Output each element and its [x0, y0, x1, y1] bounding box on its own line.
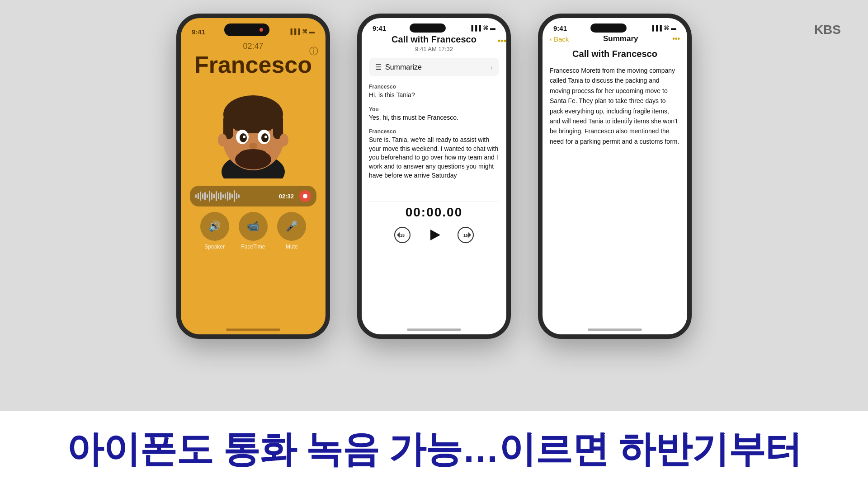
call-duration: 02:47	[188, 42, 318, 51]
msg-speaker-2: You	[369, 106, 499, 113]
playback-controls: 15 15	[369, 225, 499, 245]
msg-speaker-3: Francesco	[369, 128, 499, 135]
transcript-scroll: Francesco Hi, is this Tania? You Yes, hi…	[369, 84, 499, 201]
wave-bar	[204, 192, 206, 200]
facetime-label: FaceTime	[241, 244, 265, 250]
skip-back-icon: 15	[394, 227, 410, 243]
speaker-label: Speaker	[204, 244, 225, 250]
phone1-battery: ▬	[309, 28, 315, 35]
wave-bar	[234, 190, 235, 202]
wave-bar	[198, 193, 199, 199]
info-icon[interactable]: ⓘ	[309, 45, 318, 57]
waveform-bar: 02:32	[190, 186, 316, 206]
phone1-home-indicator	[226, 328, 280, 331]
phone2-time: 9:41	[373, 24, 386, 32]
subtitle-text: 아이폰도 통화 녹음 가능…이르면 하반기부터	[66, 425, 802, 474]
transcript-title: Call with Francesco	[369, 34, 499, 45]
wave-bar	[220, 192, 222, 200]
phone-2-transcript: 9:41 ▐▐▐ ⌘ ▬ Call with Francesco 9:41 AM…	[357, 14, 511, 339]
phone2-more-button[interactable]: •••	[498, 36, 506, 46]
phone2-signal: ▐▐▐	[469, 25, 481, 31]
caller-avatar	[208, 84, 298, 178]
wave-bar	[222, 194, 224, 198]
phone2-battery: ▬	[490, 25, 495, 31]
speaker-icon: 🔊	[200, 212, 229, 241]
phone1-content: 02:47 Francesco	[181, 42, 326, 250]
summarize-chevron-icon: ›	[491, 64, 493, 71]
phone1-status-bar: 9:41 ▐▐▐ ⌘ ▬	[181, 18, 326, 42]
summarize-left: ☰ Summarize	[375, 63, 422, 71]
summarize-label: Summarize	[385, 63, 422, 71]
phone2-dynamic-island	[410, 23, 446, 33]
phone1-wifi: ⌘	[302, 28, 307, 35]
wave-bar	[209, 191, 210, 202]
phone2-status-bar: 9:41 ▐▐▐ ⌘ ▬	[362, 18, 506, 34]
phone2-wifi: ⌘	[483, 25, 488, 31]
list-icon: ☰	[375, 63, 382, 71]
phone3-content: ‹ Back Summary ••• Call with Francesco F…	[542, 34, 687, 146]
record-button[interactable]	[299, 190, 311, 202]
record-dot	[303, 194, 307, 198]
wave-bar	[207, 194, 208, 198]
playback-section: 00:00.00 15	[369, 201, 499, 245]
phone-1-active-call: 9:41 ▐▐▐ ⌘ ▬ ⓘ 02:47 Francesco	[176, 14, 330, 339]
summary-title: Call with Francesco	[550, 49, 680, 59]
phone1-dynamic-island	[224, 23, 269, 36]
svg-point-7	[279, 134, 288, 146]
phone2-content: Call with Francesco 9:41 AM 17:32 ••• ☰ …	[362, 34, 506, 245]
summary-nav: ‹ Back Summary •••	[550, 34, 680, 43]
phone3-battery: ▬	[671, 25, 676, 31]
wave-bar	[216, 191, 217, 201]
phone2-home-indicator	[407, 328, 461, 331]
subtitle-bar: 아이폰도 통화 녹음 가능…이르면 하반기부터	[0, 411, 868, 488]
svg-point-6	[218, 134, 227, 146]
wave-bar	[229, 192, 231, 200]
phone3-home-indicator	[588, 328, 642, 331]
play-button[interactable]	[424, 225, 444, 245]
facetime-button[interactable]: 📹 FaceTime	[239, 212, 268, 250]
phone-3-summary: 9:41 ▐▐▐ ⌘ ▬ ‹ Back Summary ••• Call wit…	[538, 14, 692, 339]
mute-button[interactable]: 🎤 Mute	[277, 212, 306, 250]
wave-bar	[236, 193, 237, 199]
transcript-subtitle: 9:41 AM 17:32	[369, 46, 499, 52]
svg-point-13	[264, 136, 267, 138]
back-button[interactable]: ‹ Back	[550, 35, 569, 43]
wave-bar	[202, 193, 203, 199]
waveform-visual	[195, 190, 274, 202]
play-icon	[424, 225, 444, 245]
playback-time: 00:00.00	[369, 205, 499, 220]
skip-forward-button[interactable]: 15	[457, 226, 475, 244]
caller-name: Francesco	[188, 53, 318, 76]
summary-nav-title: Summary	[603, 34, 638, 43]
summary-more-button[interactable]: •••	[672, 35, 680, 43]
wave-bar	[238, 194, 240, 198]
phone3-signal: ▐▐▐	[650, 25, 662, 31]
wave-bar	[227, 192, 228, 201]
wave-bar	[225, 193, 226, 199]
svg-point-16	[240, 149, 267, 158]
skip-forward-icon: 15	[458, 227, 474, 243]
wave-bar	[195, 194, 197, 198]
back-label: Back	[554, 35, 569, 43]
msg-text-2: Yes, hi, this must be Francesco.	[369, 113, 499, 122]
phone1-time: 9:41	[192, 28, 205, 36]
recording-timer: 02:32	[279, 193, 294, 200]
phone3-wifi: ⌘	[664, 25, 669, 31]
summarize-button[interactable]: ☰ Summarize ›	[369, 58, 499, 76]
phone3-status-bar: 9:41 ▐▐▐ ⌘ ▬	[542, 18, 687, 34]
wave-bar	[213, 194, 215, 198]
svg-point-14	[249, 143, 257, 149]
avatar-svg	[208, 84, 298, 178]
svg-point-12	[243, 136, 245, 138]
phone1-recording-dot	[259, 28, 263, 32]
speaker-button[interactable]: 🔊 Speaker	[200, 212, 229, 250]
avatar-container	[188, 84, 318, 178]
transcript-header: Call with Francesco 9:41 AM 17:32	[369, 34, 499, 52]
phone2-status-icons: ▐▐▐ ⌘ ▬	[469, 25, 495, 31]
mute-icon: 🎤	[277, 212, 306, 241]
phone3-time: 9:41	[553, 24, 567, 32]
msg-text-1: Hi, is this Tania?	[369, 91, 499, 100]
back-chevron-icon: ‹	[550, 35, 552, 43]
msg-text-3: Sure is. Tania, we're all ready to assis…	[369, 136, 499, 180]
skip-back-button[interactable]: 15	[393, 226, 411, 244]
